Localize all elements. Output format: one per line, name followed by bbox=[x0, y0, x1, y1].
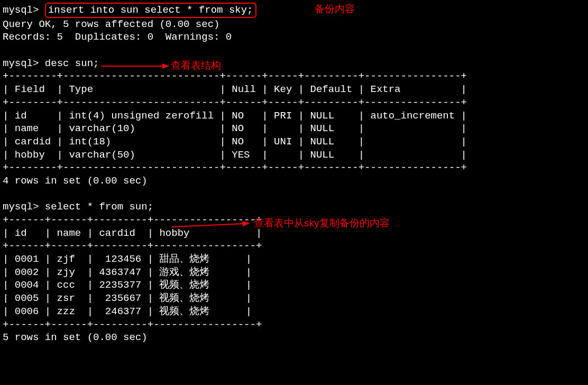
blank-line bbox=[3, 44, 585, 57]
blank-line bbox=[3, 188, 585, 201]
arrow-1 bbox=[102, 61, 170, 71]
svg-line-2 bbox=[172, 224, 243, 227]
desc-table-row: | cardid | int(18) | NO | UNI | NULL | | bbox=[3, 135, 585, 149]
annotation-backup: 备份内容 bbox=[315, 3, 355, 16]
desc-table-border: +--------+--------------------------+---… bbox=[3, 70, 585, 83]
desc-table-row: | name | varchar(10) | NO | | NULL | | bbox=[3, 122, 585, 135]
select-table-row: | 0005 | zsr | 235667 | 视频、烧烤 | bbox=[3, 292, 585, 305]
desc-table-row: | id | int(4) unsigned zerofill | NO | P… bbox=[3, 109, 585, 123]
select-table-border: +------+------+---------+---------------… bbox=[3, 240, 585, 253]
highlighted-command: insert into sun select * from sky; bbox=[45, 3, 256, 18]
desc-table-row: | hobby | varchar(50) | YES | | NULL | | bbox=[3, 149, 585, 162]
command-line-select: mysql> select * from sun; bbox=[3, 200, 585, 214]
command-line-desc: mysql> desc sun; bbox=[3, 57, 585, 70]
select-table-row: | 0001 | zjf | 123456 | 甜品、烧烤 | bbox=[3, 253, 585, 266]
select-table-row: | 0004 | ccc | 2235377 | 视频、烧烤 | bbox=[3, 279, 585, 292]
desc-footer: 4 rows in set (0.00 sec) bbox=[3, 175, 585, 188]
svg-marker-1 bbox=[162, 63, 169, 69]
select-command: select * from sun; bbox=[45, 201, 153, 213]
mysql-prompt: mysql> bbox=[3, 201, 39, 213]
svg-marker-3 bbox=[242, 221, 250, 226]
select-table-border: +------+------+---------+---------------… bbox=[3, 318, 585, 332]
select-footer: 5 rows in set (0.00 sec) bbox=[3, 331, 585, 344]
desc-table-border: +--------+--------------------------+---… bbox=[3, 161, 585, 175]
desc-table-border: +--------+--------------------------+---… bbox=[3, 96, 585, 109]
desc-table-header: | Field | Type | Null | Key | Default | … bbox=[3, 83, 585, 96]
query-ok-line: Query OK, 5 rows affected (0.00 sec) bbox=[3, 18, 585, 31]
mysql-prompt: mysql> bbox=[3, 4, 39, 16]
insert-command: insert into sun select * from sky; bbox=[48, 4, 253, 16]
annotation-structure: 查看表结构 bbox=[171, 59, 221, 72]
desc-command: desc sun; bbox=[45, 58, 99, 69]
arrow-2 bbox=[172, 219, 251, 230]
records-line: Records: 5 Duplicates: 0 Warnings: 0 bbox=[3, 31, 585, 44]
mysql-prompt: mysql> bbox=[3, 58, 39, 69]
command-line-insert: mysql> insert into sun select * from sky… bbox=[3, 3, 585, 18]
select-table-row: | 0002 | zjy | 4363747 | 游戏、烧烤 | bbox=[3, 266, 585, 279]
annotation-copied: 查看表中从sky复制备份的内容 bbox=[254, 217, 390, 230]
select-table-row: | 0006 | zzz | 246377 | 视频、烧烤 | bbox=[3, 305, 585, 318]
